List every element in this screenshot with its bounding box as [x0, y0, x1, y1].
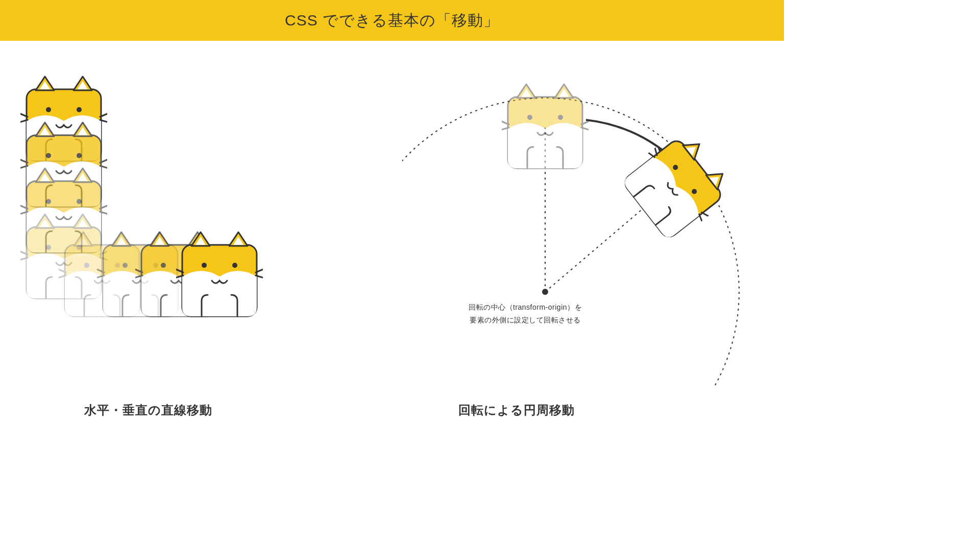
note-line-2: 要素の外側に設定して回転させる: [469, 314, 582, 327]
svg-point-3: [542, 289, 548, 295]
rotation-note: 回転の中心（transform-origin）を 要素の外側に設定して回転させる: [469, 301, 582, 327]
header: CSS でできる基本の「移動」: [0, 0, 784, 41]
cat-icon: [176, 230, 263, 319]
note-line-1: 回転の中心（transform-origin）を: [469, 301, 582, 314]
rotation-movement-diagram: 回転の中心（transform-origin）を 要素の外側に設定して回転させる…: [402, 41, 784, 388]
linear-caption: 水平・垂直の直線移動: [84, 402, 212, 418]
linear-movement-diagram: 水平・垂直の直線移動: [0, 41, 402, 388]
rotation-caption: 回転による円周移動: [458, 402, 575, 418]
content: 水平・垂直の直線移動 回転の中心（transform-origin）を 要素の外…: [0, 41, 784, 388]
rotation-path-svg: [402, 41, 784, 388]
cat-icon: [502, 82, 589, 171]
page-title: CSS でできる基本の「移動」: [285, 10, 499, 31]
